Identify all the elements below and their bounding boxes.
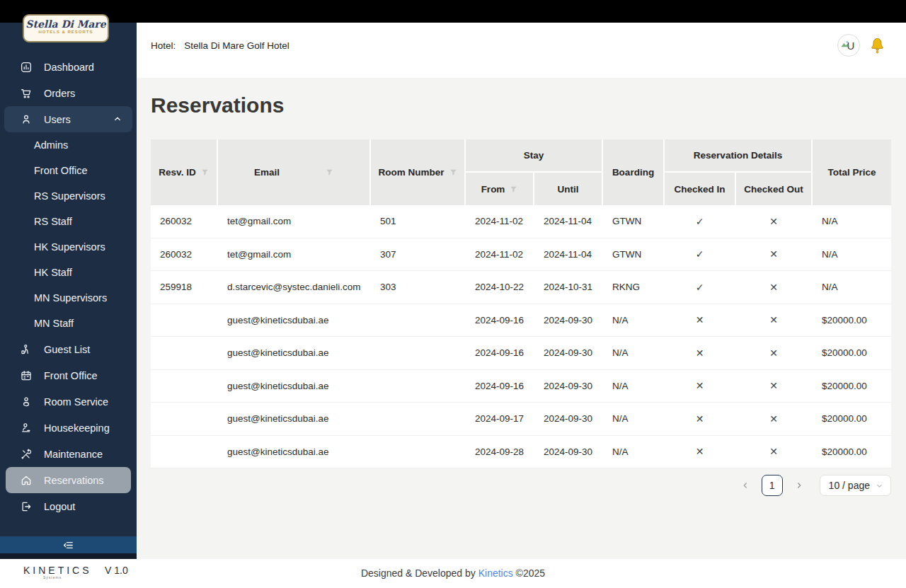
- hotel-title: Hotel:Stella Di Mare Golf Hotel: [151, 40, 289, 51]
- sidebar-subitem-rs-staff[interactable]: RS Staff: [0, 209, 137, 234]
- cell-until: 2024-09-30: [534, 403, 602, 435]
- cell-room: 501: [371, 205, 464, 238]
- sidebar-item-room-service[interactable]: Room Service: [0, 388, 137, 415]
- col-reservation-details: Reservation Details: [665, 139, 811, 171]
- cell-email: d.starcevic@systec.danieli.com: [218, 271, 369, 304]
- sidebar-item-dashboard[interactable]: Dashboard: [0, 54, 137, 80]
- next-page-button[interactable]: [790, 476, 808, 495]
- notification-bell-icon[interactable]: [869, 37, 886, 55]
- calendar-icon: [20, 369, 33, 382]
- col-label: Resv. ID: [159, 167, 195, 178]
- col-label: Reservation Details: [694, 150, 782, 161]
- cell-until: 2024-09-30: [534, 337, 602, 369]
- checked-out-icon: ✕: [736, 436, 811, 468]
- prev-page-button[interactable]: [736, 476, 755, 495]
- table-row: guest@kineticsdubai.ae 2024-09-16 2024-0…: [151, 370, 891, 403]
- hotel-label: Hotel:: [151, 40, 176, 51]
- col-resv-id: Resv. ID: [151, 139, 217, 205]
- sidebar-item-guest-list[interactable]: Guest List: [0, 336, 137, 362]
- cell-from: 2024-09-16: [466, 370, 533, 403]
- chevron-up-icon: [113, 114, 122, 124]
- checked-in-icon: ✕: [665, 370, 735, 403]
- sidebar-item-label: Orders: [44, 88, 75, 99]
- page-size-select[interactable]: 10 / page: [820, 475, 891, 496]
- cell-resv-id: 260032: [151, 205, 217, 238]
- table-header: Resv. ID Email Room Number Stay From Unt…: [151, 139, 891, 205]
- cell-room: [371, 436, 464, 468]
- sidebar-item-label: Front Office: [44, 370, 97, 381]
- table-row: guest@kineticsdubai.ae 2024-09-16 2024-0…: [151, 337, 891, 370]
- col-stay: Stay: [466, 139, 602, 171]
- sidebar-subitem-hk-staff[interactable]: HK Staff: [0, 260, 137, 285]
- cell-email: guest@kineticsdubai.ae: [218, 403, 369, 435]
- sidebar-item-front-office[interactable]: Front Office: [0, 362, 137, 388]
- sidebar-item-logout[interactable]: Logout: [0, 493, 137, 519]
- cell-email: guest@kineticsdubai.ae: [218, 370, 369, 403]
- image-placeholder-icon: [841, 40, 850, 48]
- sidebar-subitem-rs-supervisors[interactable]: RS Supervisors: [0, 183, 137, 209]
- sidebar-shadow: [0, 553, 137, 559]
- sidebar-subitem-mn-supervisors[interactable]: MN Supervisors: [0, 285, 137, 311]
- user-avatar[interactable]: U: [837, 34, 860, 57]
- sidebar-item-maintenance[interactable]: Maintenance: [0, 441, 137, 467]
- cell-from: 2024-09-16: [466, 304, 533, 337]
- sidebar-subitem-admins[interactable]: Admins: [0, 132, 137, 158]
- sidebar-item-label: Reservations: [44, 475, 104, 486]
- cell-email: guest@kineticsdubai.ae: [218, 337, 369, 369]
- sidebar-subitem-label: MN Staff: [34, 318, 74, 329]
- cell-total: $20000.00: [813, 304, 891, 337]
- cell-from: 2024-09-17: [466, 403, 533, 435]
- sidebar-item-users[interactable]: Users: [4, 106, 132, 132]
- filter-icon[interactable]: [449, 168, 457, 176]
- sidebar-item-label: Logout: [44, 501, 75, 512]
- cell-email: guest@kineticsdubai.ae: [218, 304, 369, 337]
- col-label: Email: [254, 167, 280, 178]
- cell-room: [371, 304, 464, 337]
- hotel-logo: Stella Di Mare HOTELS & RESORTS: [23, 14, 109, 42]
- col-label: Room Number: [378, 167, 444, 178]
- housekeeping-icon: [20, 422, 33, 434]
- col-label: Checked In: [674, 184, 725, 195]
- filter-icon[interactable]: [510, 185, 517, 193]
- sidebar-item-label: Room Service: [44, 396, 108, 408]
- sidebar-subitem-label: MN Supervisors: [34, 292, 107, 304]
- footer: KINETICSSystems V 1.0 Designed & Develop…: [0, 559, 906, 588]
- cell-until: 2024-11-04: [534, 205, 602, 238]
- cell-resv-id: 260032: [151, 238, 217, 271]
- sidebar-item-label: Guest List: [44, 344, 90, 355]
- kinetics-link[interactable]: Kinetics: [478, 567, 513, 579]
- cell-from: 2024-10-22: [466, 271, 533, 304]
- cell-until: 2024-09-30: [534, 304, 602, 337]
- page-number-button[interactable]: 1: [762, 475, 783, 496]
- cell-total: $20000.00: [813, 337, 891, 369]
- cell-room: [371, 370, 464, 403]
- filter-icon[interactable]: [326, 168, 333, 176]
- sidebar-item-reservations[interactable]: Reservations: [6, 467, 131, 493]
- sidebar-subitem-label: Admins: [34, 139, 68, 151]
- cell-email: guest@kineticsdubai.ae: [218, 436, 369, 468]
- sidebar-item-orders[interactable]: Orders: [0, 80, 137, 106]
- checked-out-icon: ✕: [736, 403, 811, 435]
- cell-email: tet@gmail.com: [218, 205, 369, 238]
- sidebar-subitem-hk-supervisors[interactable]: HK Supervisors: [0, 234, 137, 260]
- chevron-right-icon: [795, 481, 803, 490]
- sidebar-subitem-mn-staff[interactable]: MN Staff: [0, 311, 137, 336]
- menu-fold-icon: [62, 539, 74, 551]
- sidebar-collapse-bar[interactable]: [0, 536, 137, 553]
- reservations-table: Resv. ID Email Room Number Stay From Unt…: [151, 139, 891, 468]
- cell-room: 303: [371, 271, 464, 304]
- filter-icon[interactable]: [201, 168, 209, 176]
- cell-room: 307: [371, 238, 464, 271]
- sidebar-subitem-label: RS Supervisors: [34, 190, 105, 202]
- footer-credit-prefix: Designed & Developed by: [361, 567, 478, 579]
- top-black-bar: [0, 0, 906, 23]
- sidebar-subitem-front-office[interactable]: Front Office: [0, 158, 137, 183]
- cart-icon: [20, 87, 33, 100]
- sidebar-item-label: Users: [44, 114, 71, 125]
- sidebar-item-housekeeping[interactable]: Housekeeping: [0, 415, 137, 441]
- cell-until: 2024-11-04: [534, 238, 602, 271]
- table-row: guest@kineticsdubai.ae 2024-09-16 2024-0…: [151, 304, 891, 338]
- chevron-down-icon: [876, 482, 883, 490]
- table-row: guest@kineticsdubai.ae 2024-09-28 2024-0…: [151, 436, 891, 469]
- table-row: 259918 d.starcevic@systec.danieli.com 30…: [151, 271, 891, 304]
